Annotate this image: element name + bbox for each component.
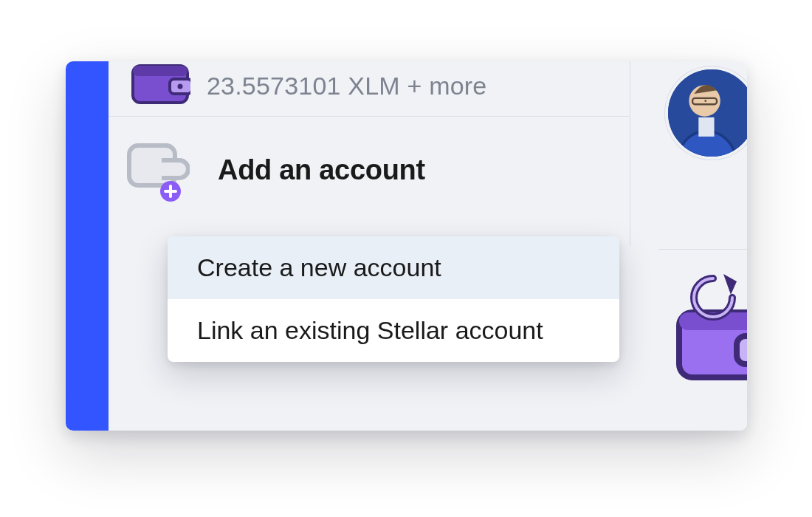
wallet-plus-icon (122, 135, 190, 203)
svg-rect-15 (737, 336, 747, 364)
menu-item-create-account[interactable]: Create a new account (168, 236, 619, 299)
svg-rect-1 (133, 66, 187, 76)
app-card: 23.5573101 XLM + more (66, 61, 747, 431)
receive-wallet-icon[interactable] (666, 273, 747, 383)
svg-point-3 (178, 84, 183, 89)
menu-item-link-account[interactable]: Link an existing Stellar account (168, 299, 619, 362)
sidebar (66, 61, 109, 431)
add-account-menu: Create a new account Link an existing St… (168, 236, 619, 362)
svg-rect-8 (698, 117, 714, 137)
account-balance-row[interactable]: 23.5573101 XLM + more (109, 61, 629, 117)
add-account-row[interactable]: Add an account (109, 116, 629, 224)
menu-item-label: Create a new account (197, 253, 441, 282)
menu-item-label: Link an existing Stellar account (197, 316, 543, 345)
wallet-icon (131, 61, 190, 104)
main-panel: 23.5573101 XLM + more (109, 61, 747, 431)
add-account-label: Add an account (218, 154, 425, 186)
balance-text: 23.5573101 XLM + more (207, 72, 486, 100)
